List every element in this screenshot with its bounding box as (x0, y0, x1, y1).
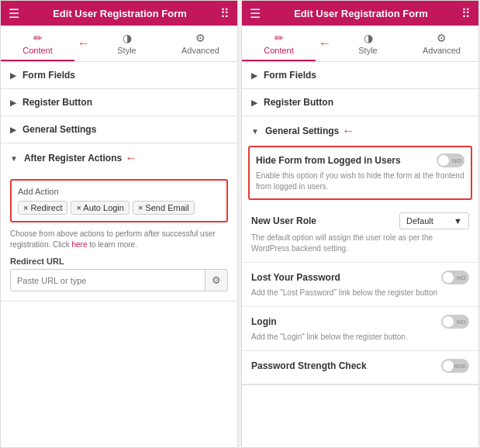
general-settings-label: General Settings (22, 124, 96, 135)
left-tab-content-label: Content (22, 46, 53, 55)
left-section-after-register: ▼ After Register Actions ← Add Action × … (1, 143, 237, 302)
left-section-register-button: ▶ Register Button (1, 89, 237, 116)
right-content-icon: ✏ (275, 32, 284, 44)
form-fields-arrow: ▶ (10, 71, 16, 80)
add-action-box: Add Action × Redirect × Auto Login × Sen… (10, 179, 228, 222)
tags-row: × Redirect × Auto Login × Send Email (18, 201, 220, 215)
lost-password-item: Lost Your Password NO Add the "Lost Pass… (242, 263, 478, 307)
after-register-red-arrow: ← (125, 151, 137, 165)
tag-redirect[interactable]: × Redirect (18, 201, 67, 215)
right-gs-red-arrow: ← (342, 124, 354, 138)
login-title: Login (251, 316, 277, 327)
right-form-fields-arrow: ▶ (251, 71, 257, 80)
left-section-general-settings: ▶ General Settings (1, 116, 237, 143)
register-button-label: Register Button (22, 97, 92, 108)
right-form-fields-label: Form Fields (264, 70, 316, 81)
new-user-role-row: New User Role Default ▼ (251, 212, 469, 229)
new-user-role-item: New User Role Default ▼ The default opti… (242, 205, 478, 263)
add-action-label: Add Action (18, 187, 220, 196)
lost-password-row: Lost Your Password NO (251, 271, 469, 284)
right-header: ☰ Edit User Registration Form ⠿ (242, 1, 478, 26)
hide-form-item: Hide Form from Logged in Users NO Enable… (248, 146, 472, 200)
login-item: Login NO Add the "Login" link below the … (242, 307, 478, 351)
password-strength-toggle-label: HIDE (451, 363, 466, 370)
url-input-row: ⚙ (10, 269, 228, 291)
login-toggle[interactable]: NO (441, 315, 469, 329)
after-register-label: After Register Actions (24, 153, 122, 164)
left-header: ☰ Edit User Registration Form ⠿ (1, 1, 237, 26)
form-fields-label: Form Fields (22, 70, 75, 81)
right-register-button-label: Register Button (264, 97, 333, 108)
right-tab-content-label: Content (264, 46, 294, 55)
new-user-role-desc: The default option will assign the user … (251, 233, 469, 254)
left-tab-style[interactable]: ◑ Style (90, 26, 164, 61)
hide-form-desc: Enable this option if you wish to hide t… (256, 171, 464, 192)
left-form-fields-header[interactable]: ▶ Form Fields (1, 62, 237, 88)
left-register-button-header[interactable]: ▶ Register Button (1, 89, 237, 115)
right-tabs: ✏ Content ← ◑ Style ⚙ Advanced (242, 26, 478, 62)
left-panel-title: Edit User Registration Form (19, 8, 220, 19)
right-section-general-settings: ▼ General Settings ← Hide Form from Logg… (242, 116, 478, 385)
right-tab-content[interactable]: ✏ Content (242, 26, 316, 61)
general-settings-arrow: ▶ (10, 126, 16, 134)
right-form-fields-header[interactable]: ▶ Form Fields (242, 62, 478, 88)
right-panel-title: Edit User Registration Form (261, 8, 461, 19)
right-hamburger-icon[interactable]: ☰ (250, 6, 261, 21)
lost-password-toggle-label: NO (457, 274, 466, 281)
gear-button[interactable]: ⚙ (205, 270, 227, 291)
right-panel: ☰ Edit User Registration Form ⠿ ✏ Conten… (241, 0, 479, 448)
left-tab-advanced-label: Advanced (181, 46, 219, 55)
tag-redirect-label: × Redirect (23, 203, 62, 212)
lost-password-toggle[interactable]: NO (441, 271, 469, 284)
right-grid-icon[interactable]: ⠿ (461, 6, 471, 21)
content-icon: ✏ (33, 32, 43, 44)
left-tab-content[interactable]: ✏ Content (1, 26, 74, 61)
after-register-content: Add Action × Redirect × Auto Login × Sen… (1, 173, 237, 301)
left-panel-body: ▶ Form Fields ▶ Register Button ▶ Genera… (1, 62, 237, 447)
learn-more-link[interactable]: here (71, 240, 87, 249)
password-strength-row: Password Strength Check HIDE (251, 359, 469, 373)
right-tab-advanced[interactable]: ⚙ Advanced (405, 26, 478, 61)
after-register-arrow: ▼ (10, 154, 18, 163)
lost-password-desc: Add the "Lost Password" link below the r… (251, 288, 469, 298)
select-chevron-icon: ▼ (454, 216, 462, 226)
select-value: Default (406, 216, 433, 226)
hide-form-toggle-label: NO (452, 157, 461, 164)
right-general-settings-header[interactable]: ▼ General Settings ← (242, 116, 478, 146)
redirect-url-label: Redirect URL (10, 257, 228, 266)
style-icon: ◑ (123, 32, 132, 44)
right-panel-body: ▶ Form Fields ▶ Register Button ▼ Genera… (242, 62, 478, 447)
login-desc: Add the "Login" link below the register … (251, 332, 469, 343)
password-strength-toggle[interactable]: HIDE (441, 359, 469, 373)
right-tab-arrow: ← (319, 36, 331, 50)
left-section-form-fields: ▶ Form Fields (1, 62, 237, 89)
tag-auto-login[interactable]: × Auto Login (71, 201, 129, 215)
url-input[interactable] (11, 271, 205, 290)
tag-send-email[interactable]: × Send Email (133, 201, 195, 215)
left-hamburger-icon[interactable]: ☰ (9, 6, 19, 21)
login-row: Login NO (251, 315, 469, 329)
right-section-form-fields: ▶ Form Fields (242, 62, 478, 89)
left-tab-style-label: Style (117, 46, 136, 55)
left-tab-advanced[interactable]: ⚙ Advanced (164, 26, 237, 61)
advanced-icon: ⚙ (195, 32, 205, 44)
hide-form-toggle[interactable]: NO (437, 153, 464, 167)
left-panel: ☰ Edit User Registration Form ⠿ ✏ Conten… (0, 0, 238, 448)
password-strength-item: Password Strength Check HIDE (242, 351, 478, 384)
left-general-settings-header[interactable]: ▶ General Settings (1, 116, 237, 143)
login-toggle-label: NO (457, 319, 466, 326)
hide-form-title: Hide Form from Logged in Users (256, 155, 401, 166)
register-button-arrow: ▶ (10, 98, 16, 107)
right-tab-advanced-label: Advanced (423, 46, 461, 55)
left-tab-arrow: ← (78, 36, 90, 50)
tag-auto-login-label: × Auto Login (76, 203, 123, 212)
left-grid-icon[interactable]: ⠿ (220, 6, 230, 21)
left-after-register-header[interactable]: ▼ After Register Actions ← (1, 143, 237, 173)
right-register-button-header[interactable]: ▶ Register Button (242, 89, 478, 115)
new-user-role-select[interactable]: Default ▼ (399, 212, 469, 229)
left-tabs: ✏ Content ← ◑ Style ⚙ Advanced (1, 26, 237, 62)
right-section-register-button: ▶ Register Button (242, 89, 478, 116)
lost-password-title: Lost Your Password (251, 272, 340, 283)
right-tab-style[interactable]: ◑ Style (331, 26, 405, 61)
password-strength-title: Password Strength Check (251, 360, 367, 371)
